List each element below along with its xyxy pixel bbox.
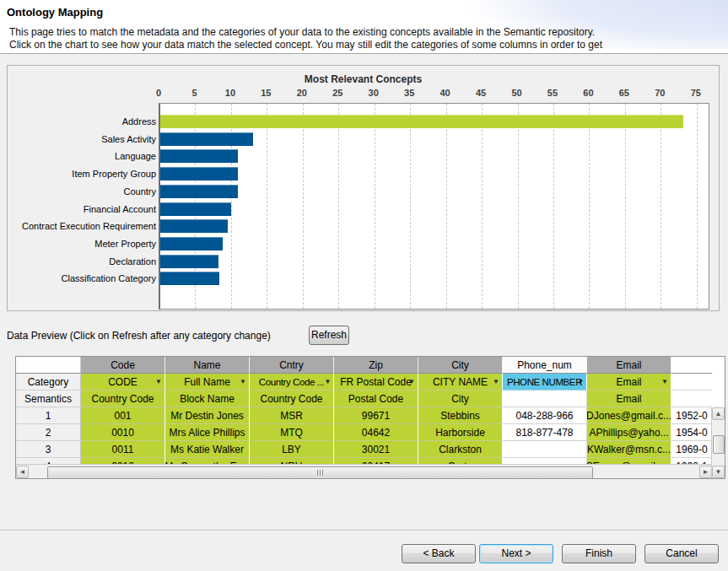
bar-label: Country [8,186,156,197]
dropdown-arrow-icon[interactable]: ▼ [661,378,668,386]
chart-bar-country[interactable] [160,185,238,198]
cell-extra: 1969-0 [671,441,712,458]
column-header-zip[interactable]: Zip [334,357,418,374]
vertical-scrollbar[interactable]: ▲ ▼ [711,407,725,478]
column-header-name[interactable]: Name [165,357,250,374]
category-select-email[interactable]: Email▼ [587,374,671,391]
x-axis-tick-label: 60 [575,88,601,98]
horizontal-scroll-thumb[interactable] [47,466,593,479]
semantics-row: Semantics Country Code Block Name Countr… [16,391,712,407]
column-header-email[interactable]: Email [587,357,671,374]
cell-extra: 1952-0 [671,407,712,424]
cell-code: 001 [81,407,165,424]
scroll-left-arrow-icon[interactable]: ◄ [16,466,29,478]
vertical-scroll-thumb[interactable] [713,435,725,454]
chart-row: Classification Category [8,272,719,285]
finish-button[interactable]: Finish [562,544,636,563]
cell-email: KWalker@msn.c... [587,441,671,458]
cell-city: Harborside [418,424,503,441]
x-axis-tick-label: 0 [146,88,171,98]
category-value: FR Postal Code [340,376,412,388]
wizard-banner: Ontology Mapping This page tries to matc… [0,0,728,54]
semantics-code: Country Code [81,391,165,407]
concepts-chart[interactable]: Most Relevant Concepts 05101520253035404… [7,65,720,311]
row-number: 2 [16,424,81,441]
chart-bar-address[interactable] [160,115,683,128]
category-select-city[interactable]: CITY NAME▼ [418,374,503,391]
cell-email: APhillips@yaho... [587,424,671,441]
category-value: CITY NAME [433,376,488,388]
category-select-code[interactable]: CODE▼ [81,374,165,391]
scroll-down-arrow-icon[interactable]: ▼ [712,466,725,478]
table-rows: Code Name Cntry Zip City Phone_num Email… [16,357,712,466]
chart-row: Sales Activity [8,132,719,146]
page-description-line1: This page tries to match the metadata an… [9,26,595,38]
column-header-cntry[interactable]: Cntry [250,357,334,374]
bar-label: Declaration [8,256,156,267]
next-button[interactable]: Next > [479,544,553,563]
dropdown-arrow-icon[interactable]: ▼ [240,378,246,386]
back-button[interactable]: < Back [402,544,476,563]
category-select-zip[interactable]: FR Postal Code▼ [334,374,418,391]
category-value: CODE [108,376,138,388]
scroll-up-arrow-icon[interactable]: ▲ [712,407,725,420]
chart-bar-classification-category[interactable] [160,272,219,285]
category-select-name[interactable]: Full Name▼ [165,374,250,391]
chart-row: Language [8,149,719,163]
dropdown-arrow-icon[interactable]: ▼ [577,378,584,386]
vertical-scroll-track[interactable] [712,420,725,466]
category-select-cntry[interactable]: Country Code ...▼ [250,374,334,391]
row-number: 3 [16,441,81,458]
chart-row: Financial Account [8,202,719,216]
dropdown-arrow-icon[interactable]: ▼ [493,378,499,386]
category-row: Category CODE▼ Full Name▼ Country Code .… [16,374,712,391]
bar-label: Address [8,116,156,127]
table-row: 2 0010 Mrs Alice Phillips MTQ 04642 Harb… [16,424,712,441]
dropdown-arrow-icon[interactable]: ▼ [408,378,415,386]
horizontal-scroll-track[interactable] [29,466,699,478]
category-extra-cell [671,374,712,391]
data-preview-table: Code Name Cntry Zip City Phone_num Email… [15,356,725,479]
chart-row: Address [8,115,719,128]
dropdown-arrow-icon[interactable]: ▼ [324,378,331,386]
cell-phone: 818-877-478 [503,424,587,441]
cell-code: 0011 [81,441,165,458]
cell-cntry: MTQ [250,424,334,441]
refresh-button[interactable]: Refresh [309,326,349,345]
category-select-phone-num[interactable]: PHONE NUMBER▼ [503,374,587,391]
chart-row: Meter Property [8,237,719,250]
cell-email: DJones@gmail.c... [587,407,671,424]
dropdown-arrow-icon[interactable]: ▼ [155,378,162,386]
column-header-city[interactable]: City [418,357,503,374]
chart-title: Most Relevant Concepts [8,73,719,85]
chart-bar-item-property-group[interactable] [160,167,238,180]
chart-row: Item Property Group [8,167,719,180]
column-header-phone-num[interactable]: Phone_num [503,357,587,374]
chart-bar-language[interactable] [160,149,238,163]
table-header-row: Code Name Cntry Zip City Phone_num Email [16,357,712,374]
chart-bar-contract-execution-requirement[interactable] [160,219,228,233]
category-value: Email [616,376,641,388]
column-header-code[interactable]: Code [81,357,165,374]
scroll-right-arrow-icon[interactable]: ► [699,466,712,478]
cell-city: Stebbins [418,407,503,424]
cell-name: Mrs Alice Phillips [165,424,250,441]
semantics-email: Email [587,391,671,407]
bar-label: Meter Property [8,239,156,249]
x-axis-tick-label: 65 [612,88,637,98]
chart-bar-declaration[interactable] [160,255,218,268]
category-value: Full Name [184,376,230,388]
cancel-button[interactable]: Cancel [644,544,719,563]
semantics-extra-cell [671,391,712,407]
bar-label: Item Property Group [8,169,156,179]
cell-code: 0010 [81,424,165,441]
semantics-name: Block Name [165,391,250,407]
x-axis-tick-label: 75 [683,88,709,98]
semantics-zip: Postal Code [334,391,418,407]
horizontal-scrollbar[interactable]: ◄ ► [16,464,712,478]
chart-bar-financial-account[interactable] [160,202,231,216]
bar-label: Language [8,151,156,161]
chart-bar-meter-property[interactable] [160,237,223,250]
chart-bar-sales-activity[interactable] [160,132,253,146]
semantics-cntry: Country Code [250,391,334,407]
